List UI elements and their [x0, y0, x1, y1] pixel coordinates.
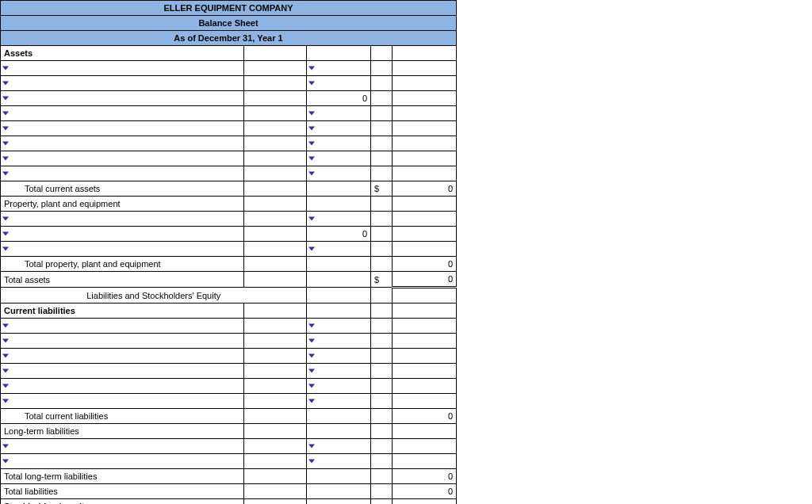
amount-dropdown[interactable] — [307, 76, 371, 91]
ppe-row: 0 — [1, 227, 457, 242]
liab-equity-header-row: Liabilities and Stockholders' Equity — [1, 288, 457, 304]
amount-dropdown[interactable] — [307, 106, 371, 121]
amount-dropdown[interactable] — [307, 121, 371, 136]
total-ppe-value: 0 — [393, 257, 457, 272]
liab-row — [1, 394, 457, 409]
asset-dropdown[interactable] — [1, 121, 244, 136]
total-assets-label: Total assets — [1, 272, 244, 288]
total-ppe-row: Total property, plant and equipment 0 — [1, 257, 457, 272]
total-assets-row: Total assets $ 0 — [1, 272, 457, 288]
amount-dropdown[interactable] — [307, 439, 371, 454]
asset-dropdown[interactable] — [1, 61, 244, 76]
liab-dropdown[interactable] — [1, 334, 244, 349]
ppe-row — [1, 212, 457, 227]
asset-dropdown[interactable] — [1, 151, 244, 166]
total-assets-value: 0 — [393, 272, 457, 288]
current-liab-header-row: Current liabilities — [1, 304, 457, 319]
total-current-liab-label: Total current liabilities — [1, 409, 244, 424]
asset-row — [1, 151, 457, 166]
total-current-assets-row: Total current assets $ 0 — [1, 181, 457, 197]
amount-dropdown[interactable] — [307, 212, 371, 227]
total-current-assets-value: 0 — [393, 181, 457, 197]
amount-dropdown[interactable] — [307, 166, 371, 181]
amount-dropdown[interactable] — [307, 454, 371, 469]
total-current-liab-value: 0 — [393, 409, 457, 424]
amount-dropdown[interactable] — [307, 394, 371, 409]
total-long-term-liab-label: Total long-term liabilities — [1, 469, 244, 484]
asset-dropdown[interactable] — [1, 106, 244, 121]
asset-row — [1, 166, 457, 181]
asset-row — [1, 61, 457, 76]
header-date: As of December 31, Year 1 — [1, 31, 457, 46]
asset-dropdown[interactable] — [1, 166, 244, 181]
header-company: ELLER EQUIPMENT COMPANY — [1, 1, 457, 16]
header-title: Balance Sheet — [1, 16, 457, 31]
currency-symbol: $ — [371, 272, 393, 288]
liab-row — [1, 364, 457, 379]
liab-equity-header: Liabilities and Stockholders' Equity — [1, 288, 307, 304]
asset-dropdown[interactable] — [1, 136, 244, 151]
total-long-term-liab-row: Total long-term liabilities 0 — [1, 469, 457, 484]
long-term-liab-header-row: Long-term liabilities — [1, 424, 457, 439]
amount-dropdown[interactable] — [307, 242, 371, 257]
ppe-row — [1, 242, 457, 257]
computed-value: 0 — [307, 227, 371, 242]
amount-dropdown[interactable] — [307, 379, 371, 394]
liab-row — [1, 319, 457, 334]
amount-dropdown[interactable] — [307, 319, 371, 334]
liab-row — [1, 349, 457, 364]
total-liab-row: Total liabilities 0 — [1, 484, 457, 499]
amount-dropdown[interactable] — [307, 334, 371, 349]
asset-row — [1, 121, 457, 136]
liab-dropdown[interactable] — [1, 319, 244, 334]
liab-dropdown[interactable] — [1, 394, 244, 409]
liab-row — [1, 379, 457, 394]
total-current-liab-row: Total current liabilities 0 — [1, 409, 457, 424]
stockholders-equity-label: Stockholders' equity — [1, 499, 244, 505]
computed-value: 0 — [307, 91, 371, 106]
liab-dropdown[interactable] — [1, 349, 244, 364]
balance-sheet-table: ELLER EQUIPMENT COMPANY Balance Sheet As… — [0, 0, 457, 504]
asset-row — [1, 76, 457, 91]
total-liab-value: 0 — [393, 484, 457, 499]
currency-symbol: $ — [371, 181, 393, 197]
total-current-assets-label: Total current assets — [1, 181, 244, 197]
long-term-liab-label: Long-term liabilities — [1, 424, 244, 439]
lt-liab-dropdown[interactable] — [1, 439, 244, 454]
amount-dropdown[interactable] — [307, 364, 371, 379]
assets-header-row: Assets — [1, 46, 457, 61]
ppe-dropdown[interactable] — [1, 212, 244, 227]
current-liab-label: Current liabilities — [1, 304, 244, 319]
ppe-label: Property, plant and equipment — [1, 197, 244, 212]
asset-row — [1, 106, 457, 121]
stockholders-equity-row: Stockholders' equity — [1, 499, 457, 505]
asset-row — [1, 136, 457, 151]
ppe-dropdown[interactable] — [1, 242, 244, 257]
amount-dropdown[interactable] — [307, 61, 371, 76]
amount-dropdown[interactable] — [307, 151, 371, 166]
ppe-dropdown[interactable] — [1, 227, 244, 242]
amount-dropdown[interactable] — [307, 349, 371, 364]
lt-liab-dropdown[interactable] — [1, 454, 244, 469]
ppe-header-row: Property, plant and equipment — [1, 197, 457, 212]
amount-dropdown[interactable] — [307, 136, 371, 151]
total-long-term-liab-value: 0 — [393, 469, 457, 484]
lt-liab-row — [1, 439, 457, 454]
asset-dropdown[interactable] — [1, 76, 244, 91]
total-ppe-label: Total property, plant and equipment — [1, 257, 244, 272]
liab-row — [1, 334, 457, 349]
lt-liab-row — [1, 454, 457, 469]
asset-row: 0 — [1, 91, 457, 106]
total-liab-label: Total liabilities — [1, 484, 244, 499]
asset-dropdown[interactable] — [1, 91, 244, 106]
assets-label: Assets — [1, 46, 244, 61]
liab-dropdown[interactable] — [1, 364, 244, 379]
liab-dropdown[interactable] — [1, 379, 244, 394]
